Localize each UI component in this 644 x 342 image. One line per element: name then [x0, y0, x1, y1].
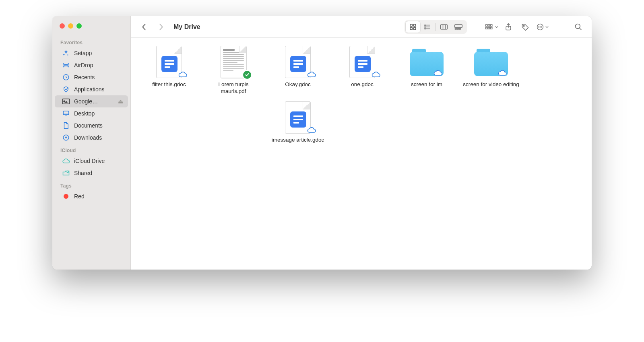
file-name: screen for video editing: [463, 81, 519, 88]
gdoc-file-icon: [152, 45, 186, 79]
cloud-badge-icon: [178, 71, 188, 80]
file-item[interactable]: Lorem turpis mauris.pdf: [203, 43, 264, 95]
divider: [436, 23, 436, 31]
sidebar-item-label: Applications: [74, 86, 123, 93]
sidebar-item-label: Documents: [74, 122, 123, 129]
view-columns-button[interactable]: [437, 21, 451, 33]
sidebar-item-label: Shared: [74, 170, 123, 176]
sidebar-item-label: Red: [74, 193, 123, 200]
finder-window: Favorites Setapp AirDrop Recents Applica…: [52, 16, 592, 270]
svg-point-31: [576, 24, 580, 29]
sidebar-item-label: Downloads: [74, 134, 123, 141]
main-pane: My Drive: [131, 16, 592, 270]
svg-rect-14: [441, 25, 448, 29]
sidebar-section-icloud: iCloud: [52, 144, 130, 155]
svg-point-13: [425, 28, 425, 29]
sidebar-item-google-drive[interactable]: Google… ⏏: [55, 95, 128, 107]
sidebar-item-icloud-drive[interactable]: iCloud Drive: [55, 155, 128, 167]
file-name: Lorem turpis mauris.pdf: [205, 81, 262, 95]
synced-badge-icon: [242, 70, 252, 80]
gdoc-file-icon: [281, 101, 315, 134]
clock-icon: [62, 73, 70, 81]
file-item[interactable]: filter this.gdoc: [139, 43, 199, 95]
svg-point-6: [67, 171, 68, 173]
view-mode-group: [405, 20, 467, 34]
gdoc-file-icon: [281, 45, 315, 79]
share-button[interactable]: [502, 21, 515, 33]
sidebar-item-label: Google…: [74, 98, 114, 105]
back-button[interactable]: [137, 21, 151, 33]
svg-point-29: [540, 27, 541, 27]
svg-rect-7: [410, 24, 412, 26]
svg-rect-9: [410, 27, 412, 29]
group-by-button[interactable]: [485, 21, 498, 33]
forward-button[interactable]: [154, 21, 168, 33]
view-icons-button[interactable]: [406, 21, 420, 33]
apps-icon: [62, 85, 70, 93]
cloud-badge-icon: [371, 71, 381, 80]
view-gallery-button[interactable]: [451, 21, 466, 33]
gdoc-file-icon: [345, 45, 379, 79]
action-menu-button[interactable]: [535, 21, 549, 33]
file-item[interactable]: imessage article.gdoc: [268, 99, 328, 144]
sidebar-item-desktop[interactable]: Desktop: [55, 107, 128, 119]
sidebar-section-tags: Tags: [52, 179, 130, 190]
folder-item[interactable]: screen for im: [396, 43, 457, 95]
file-grid[interactable]: filter this.gdoc Lorem turpis mauris.pdf: [131, 38, 592, 270]
window-controls: [52, 23, 130, 36]
sidebar-section-favorites: Favorites: [52, 36, 130, 47]
svg-rect-24: [490, 27, 492, 29]
svg-point-12: [425, 26, 425, 27]
cloud-badge-icon: [307, 71, 316, 80]
cloud-badge-icon: [433, 69, 443, 78]
svg-rect-16: [455, 28, 456, 29]
download-icon: [62, 134, 70, 142]
folder-icon: [474, 45, 508, 79]
setapp-icon: [62, 49, 70, 57]
file-item[interactable]: one.gdoc: [332, 43, 392, 95]
pdf-file-icon: [217, 45, 250, 79]
minimize-window-button[interactable]: [68, 23, 73, 29]
sidebar-item-recents[interactable]: Recents: [55, 71, 128, 83]
sidebar-item-label: AirDrop: [74, 62, 123, 68]
file-name: screen for im: [411, 81, 442, 88]
cloud-badge-icon: [307, 126, 316, 135]
sidebar-item-shared[interactable]: Shared: [55, 167, 128, 179]
svg-point-28: [538, 27, 539, 27]
folder-item[interactable]: screen for video editing: [461, 43, 521, 95]
svg-point-0: [65, 64, 67, 66]
file-name: filter this.gdoc: [152, 81, 186, 88]
sidebar-item-label: Desktop: [74, 110, 123, 117]
file-name: imessage article.gdoc: [272, 137, 324, 144]
tags-button[interactable]: [518, 21, 532, 33]
file-name: Okay.gdoc: [285, 81, 311, 88]
desktop-icon: [62, 109, 70, 117]
file-item[interactable]: Okay.gdoc: [268, 43, 328, 95]
eject-icon[interactable]: ⏏: [118, 98, 123, 105]
svg-rect-17: [457, 28, 458, 29]
drive-icon: [62, 97, 70, 105]
svg-rect-22: [485, 27, 487, 29]
sidebar-item-downloads[interactable]: Downloads: [55, 132, 128, 144]
close-window-button[interactable]: [60, 23, 65, 29]
sidebar-item-airdrop[interactable]: AirDrop: [55, 59, 128, 71]
toolbar: My Drive: [131, 16, 592, 38]
file-name: one.gdoc: [351, 81, 374, 88]
sidebar-item-setapp[interactable]: Setapp: [55, 47, 128, 59]
icloud-icon: [62, 157, 70, 165]
svg-rect-18: [459, 28, 460, 29]
zoom-window-button[interactable]: [76, 23, 82, 29]
cloud-badge-icon: [497, 69, 507, 78]
shared-icon: [62, 169, 70, 177]
svg-rect-19: [485, 25, 487, 26]
svg-point-3: [64, 101, 65, 102]
sidebar-item-tag-red[interactable]: Red: [55, 190, 128, 202]
svg-rect-20: [488, 25, 489, 26]
sidebar-item-applications[interactable]: Applications: [55, 83, 128, 95]
view-list-button[interactable]: [420, 21, 435, 33]
folder-icon: [410, 45, 444, 79]
search-button[interactable]: [572, 21, 585, 33]
sidebar-item-documents[interactable]: Documents: [55, 119, 128, 132]
sidebar-item-label: iCloud Drive: [74, 158, 123, 164]
svg-rect-23: [488, 27, 489, 29]
